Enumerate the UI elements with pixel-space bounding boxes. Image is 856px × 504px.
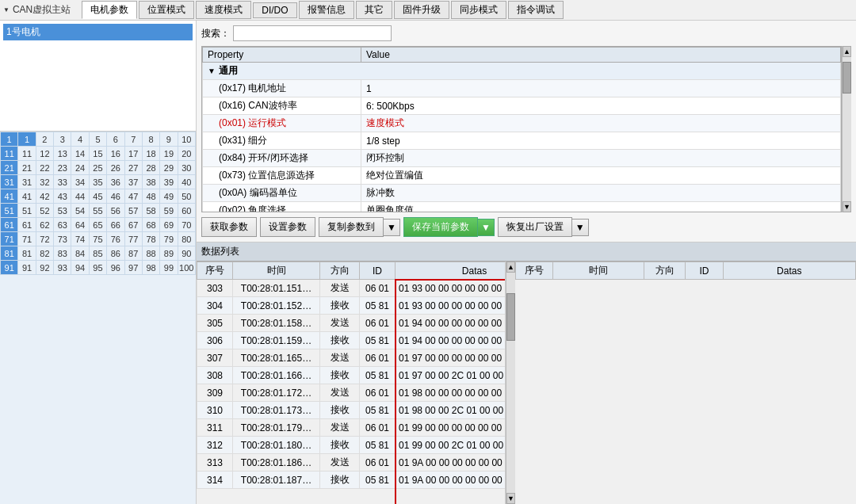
grid-cell[interactable]: 74	[71, 232, 89, 246]
grid-cell[interactable]: 12	[36, 147, 53, 161]
left-data-table-wrapper[interactable]: 序号时间方向IDDatas 303T00:28:01.151…发送06 0101…	[197, 262, 506, 504]
grid-cell[interactable]: 94	[71, 261, 89, 275]
grid-cell[interactable]: 22	[36, 161, 53, 175]
grid-cell[interactable]: 9	[160, 132, 178, 147]
table-row[interactable]: 312T00:28:01.180…接收05 8101 99 00 00 2C 0…	[197, 437, 506, 454]
grid-cell[interactable]: 3	[54, 132, 71, 147]
grid-cell[interactable]: 28	[142, 161, 159, 175]
grid-cell[interactable]: 59	[160, 204, 178, 218]
scroll-thumb[interactable]	[843, 62, 851, 94]
grid-cell[interactable]: 99	[160, 261, 178, 275]
grid-cell[interactable]: 66	[107, 218, 124, 232]
grid-cell[interactable]: 33	[54, 175, 71, 189]
grid-cell[interactable]: 55	[89, 204, 106, 218]
tab-速度模式[interactable]: 速度模式	[196, 1, 251, 19]
grid-cell[interactable]: 39	[160, 175, 178, 189]
copy-params-arrow[interactable]: ▼	[384, 219, 400, 236]
copy-params-button[interactable]: 复制参数到	[319, 217, 384, 237]
grid-cell[interactable]: 34	[71, 175, 89, 189]
grid-cell[interactable]: 57	[124, 204, 142, 218]
grid-cell[interactable]: 20	[178, 147, 195, 161]
save-params-arrow[interactable]: ▼	[478, 219, 495, 236]
prop-row[interactable]: (0x31) 细分1/8 step	[203, 132, 841, 150]
grid-cell[interactable]: 93	[54, 261, 71, 275]
grid-cell[interactable]: 46	[107, 189, 124, 204]
grid-cell[interactable]: 64	[71, 218, 89, 232]
grid-cell[interactable]: 80	[178, 232, 195, 246]
grid-cell[interactable]: 56	[107, 204, 124, 218]
grid-cell[interactable]: 50	[178, 189, 195, 204]
table-row[interactable]: 303T00:28:01.151…发送06 0101 93 00 00 00 0…	[197, 280, 506, 297]
grid-cell[interactable]: 92	[36, 261, 53, 275]
grid-cell[interactable]: 35	[89, 175, 106, 189]
grid-cell[interactable]: 90	[178, 246, 195, 261]
prop-row[interactable]: (0x84) 开环/闭环选择闭环控制	[203, 150, 841, 167]
grid-cell[interactable]: 51	[18, 204, 36, 218]
grid-cell[interactable]: 65	[89, 218, 106, 232]
grid-cell[interactable]: 44	[71, 189, 89, 204]
grid-cell[interactable]: 89	[160, 246, 178, 261]
grid-cell[interactable]: 77	[124, 232, 142, 246]
grid-cell[interactable]: 40	[178, 175, 195, 189]
grid-cell[interactable]: 79	[160, 232, 178, 246]
grid-cell[interactable]: 11	[18, 147, 36, 161]
grid-cell[interactable]: 61	[18, 218, 36, 232]
grid-cell[interactable]: 96	[107, 261, 124, 275]
prop-scrollbar[interactable]: ▲ ▼	[842, 46, 851, 212]
grid-cell[interactable]: 60	[178, 204, 195, 218]
grid-cell[interactable]: 15	[89, 147, 106, 161]
restore-factory-button[interactable]: 恢复出厂设置	[498, 217, 572, 237]
tab-电机参数[interactable]: 电机参数	[82, 1, 137, 19]
grid-cell[interactable]: 30	[178, 161, 195, 175]
grid-cell[interactable]: 75	[89, 232, 106, 246]
table-row[interactable]: 307T00:28:01.165…发送06 0101 97 00 00 00 0…	[197, 349, 506, 367]
grid-cell[interactable]: 31	[18, 175, 36, 189]
table-row[interactable]: 310T00:28:01.173…接收05 8101 98 00 00 2C 0…	[197, 402, 506, 419]
get-params-button[interactable]: 获取参数	[201, 217, 257, 237]
save-params-button[interactable]: 保存当前参数	[403, 217, 478, 237]
grid-cell[interactable]: 76	[107, 232, 124, 246]
grid-cell[interactable]: 62	[36, 218, 53, 232]
grid-cell[interactable]: 85	[89, 246, 106, 261]
tab-DI/DO[interactable]: DI/DO	[253, 2, 296, 18]
grid-cell[interactable]: 38	[142, 175, 159, 189]
grid-cell[interactable]: 91	[18, 261, 36, 275]
grid-cell[interactable]: 58	[142, 204, 159, 218]
tab-固件升级[interactable]: 固件升级	[394, 1, 449, 19]
grid-cell[interactable]: 2	[36, 132, 53, 147]
grid-cell[interactable]: 54	[71, 204, 89, 218]
grid-cell[interactable]: 48	[142, 189, 159, 204]
grid-cell[interactable]: 86	[107, 246, 124, 261]
tab-其它[interactable]: 其它	[356, 1, 392, 19]
restore-factory-arrow[interactable]: ▼	[572, 219, 589, 236]
grid-cell[interactable]: 53	[54, 204, 71, 218]
grid-cell[interactable]: 19	[160, 147, 178, 161]
grid-cell[interactable]: 98	[142, 261, 159, 275]
grid-cell[interactable]: 67	[124, 218, 142, 232]
grid-cell[interactable]: 68	[142, 218, 159, 232]
prop-row[interactable]: (0x73) 位置信息源选择绝对位置编值	[203, 167, 841, 185]
grid-cell[interactable]: 97	[124, 261, 142, 275]
table-row[interactable]: 311T00:28:01.179…发送06 0101 99 00 00 00 0…	[197, 419, 506, 437]
tab-位置模式[interactable]: 位置模式	[139, 1, 194, 19]
table-row[interactable]: 306T00:28:01.159…接收05 8101 94 00 00 00 0…	[197, 332, 506, 349]
grid-cell[interactable]: 18	[142, 147, 159, 161]
grid-cell[interactable]: 29	[160, 161, 178, 175]
grid-cell[interactable]: 32	[36, 175, 53, 189]
tab-报警信息[interactable]: 报警信息	[299, 1, 354, 19]
grid-cell[interactable]: 36	[107, 175, 124, 189]
table-row[interactable]: 304T00:28:01.152…接收05 8101 93 00 00 00 0…	[197, 297, 506, 315]
grid-cell[interactable]: 49	[160, 189, 178, 204]
grid-cell[interactable]: 81	[18, 246, 36, 261]
grid-cell[interactable]: 24	[71, 161, 89, 175]
grid-cell[interactable]: 63	[54, 218, 71, 232]
grid-cell[interactable]: 88	[142, 246, 159, 261]
prop-row[interactable]: (0x0A) 编码器单位脉冲数	[203, 185, 841, 202]
prop-row[interactable]: (0x01) 运行模式速度模式	[203, 115, 841, 132]
grid-cell[interactable]: 87	[124, 246, 142, 261]
grid-cell[interactable]: 43	[54, 189, 71, 204]
grid-cell[interactable]: 37	[124, 175, 142, 189]
tab-指令调试[interactable]: 指令调试	[508, 1, 564, 19]
prop-row[interactable]: (0x02) 角度选择单圈角度值	[203, 202, 841, 213]
grid-cell[interactable]: 82	[36, 246, 53, 261]
